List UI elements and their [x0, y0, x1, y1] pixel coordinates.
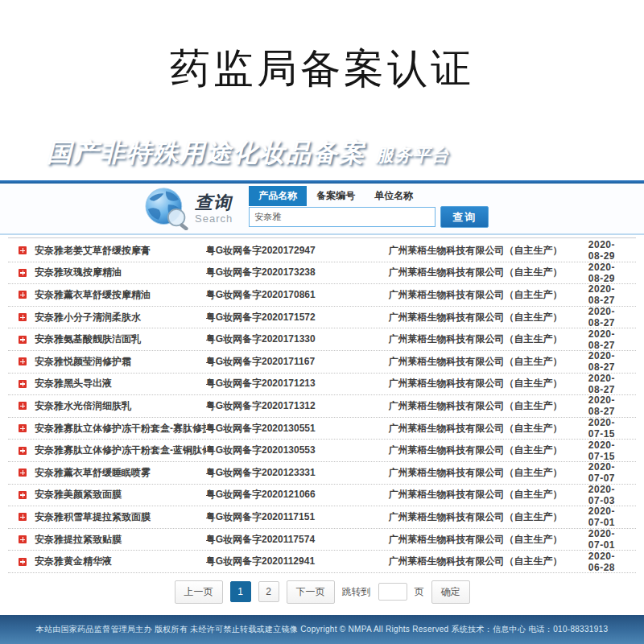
company-name: 广州莱梧生物科技有限公司（自主生产）: [388, 555, 588, 568]
tab-filing-number[interactable]: 备案编号: [307, 186, 365, 206]
table-row: 安奈雅薰衣草舒缓按摩精油 粤G妆网备字2020170861 广州莱梧生物科技有限…: [8, 284, 636, 307]
expand-plus-icon[interactable]: [19, 513, 27, 521]
expand-plus-icon[interactable]: [19, 380, 27, 388]
company-name: 广州莱梧生物科技有限公司（自主生产）: [388, 311, 588, 324]
filing-date: 2020-08-27: [588, 283, 636, 306]
product-name-link[interactable]: 安奈雅黑头导出液: [35, 377, 206, 390]
filing-number: 粤G妆网备字2020173238: [206, 266, 363, 279]
expand-plus-icon[interactable]: [19, 402, 27, 410]
product-name-link[interactable]: 安奈雅薰衣草舒缓睡眠喷雾: [35, 466, 206, 480]
company-name: 广州莱梧生物科技有限公司（自主生产）: [388, 377, 588, 390]
table-row: 安奈雅薰衣草舒缓睡眠喷雾 粤G妆网备字2020123331 广州莱梧生物科技有限…: [8, 462, 636, 485]
footer: 本站由国家药品监督管理局主办 版权所有 未经许可禁止转载或建立镜像 Copyri…: [0, 615, 644, 644]
product-name-link[interactable]: 安奈雅积雪草提拉紧致面膜: [35, 510, 206, 524]
table-row: 安奈雅黄金精华液 粤G妆网备字2020112941 广州莱梧生物科技有限公司（自…: [8, 551, 636, 573]
filing-date: 2020-06-28: [588, 551, 636, 573]
company-name: 广州莱梧生物科技有限公司（自主生产）: [388, 488, 588, 502]
banner: 国产非特殊用途化妆品备案 服务平台: [0, 117, 644, 184]
table-row: 安奈雅老姜艾草舒缓按摩膏 粤G妆网备字2020172947 广州莱梧生物科技有限…: [8, 240, 636, 262]
expand-plus-icon[interactable]: [19, 447, 27, 455]
product-name-link[interactable]: 安奈雅小分子清润柔肤水: [35, 311, 206, 324]
search-button[interactable]: 查询: [440, 206, 489, 228]
next-page-button[interactable]: 下一页: [287, 580, 335, 604]
filing-date: 2020-08-27: [588, 328, 636, 351]
filing-number: 粤G妆网备字2020171312: [206, 399, 363, 413]
filing-number: 粤G妆网备字2020171330: [206, 332, 363, 346]
filing-number: 粤G妆网备字2020171167: [206, 355, 363, 369]
company-name: 广州莱梧生物科技有限公司（自主生产）: [388, 244, 588, 258]
company-name: 广州莱梧生物科技有限公司（自主生产）: [388, 510, 588, 524]
table-row: 安奈雅黑头导出液 粤G妆网备字2020171213 广州莱梧生物科技有限公司（自…: [8, 374, 636, 396]
table-row: 安奈雅水光倍润细肤乳 粤G妆网备字2020171312 广州莱梧生物科技有限公司…: [8, 395, 636, 418]
banner-subtitle: 服务平台: [375, 145, 449, 165]
expand-plus-icon[interactable]: [19, 291, 27, 299]
filing-date: 2020-07-01: [588, 528, 636, 551]
search-panel: 查询 Search 产品名称 备案编号 单位名称 查询: [0, 184, 644, 235]
company-name: 广州莱梧生物科技有限公司（自主生产）: [388, 399, 588, 413]
expand-plus-icon[interactable]: [19, 424, 27, 432]
company-name: 广州莱梧生物科技有限公司（自主生产）: [388, 422, 588, 436]
company-name: 广州莱梧生物科技有限公司（自主生产）: [388, 332, 588, 346]
filing-date: 2020-07-15: [588, 417, 636, 440]
expand-plus-icon[interactable]: [19, 313, 27, 321]
filing-number: 粤G妆网备字2020130553: [206, 444, 363, 457]
expand-plus-icon[interactable]: [19, 491, 27, 499]
filing-date: 2020-08-27: [588, 373, 636, 395]
jump-to-label: 跳转到: [342, 585, 371, 599]
product-name-link[interactable]: 安奈雅悦颜莹润修护霜: [35, 355, 206, 369]
expand-plus-icon[interactable]: [19, 535, 27, 543]
table-row: 安奈雅积雪草提拉紧致面膜 粤G妆网备字2020117151 广州莱梧生物科技有限…: [8, 506, 636, 529]
product-name-link[interactable]: 安奈雅氨基酸靓肤洁面乳: [35, 332, 206, 346]
product-name-link[interactable]: 安奈雅黄金精华液: [35, 555, 206, 568]
banner-title: 国产非特殊用途化妆品备案: [47, 138, 365, 167]
expand-plus-icon[interactable]: [19, 269, 27, 277]
jump-page-input[interactable]: [378, 583, 407, 601]
product-name-link[interactable]: 安奈雅美颜紧致面膜: [35, 488, 206, 502]
filing-date: 2020-07-07: [588, 461, 636, 484]
filing-date: 2020-08-27: [588, 306, 636, 328]
filing-date: 2020-08-29: [588, 262, 636, 284]
product-name-link[interactable]: 安奈雅薰衣草舒缓按摩精油: [35, 288, 206, 302]
company-name: 广州莱梧生物科技有限公司（自主生产）: [388, 444, 588, 457]
filing-date: 2020-07-03: [588, 484, 636, 506]
table-row: 安奈雅氨基酸靓肤洁面乳 粤G妆网备字2020171330 广州莱梧生物科技有限公…: [8, 328, 636, 351]
product-name-link[interactable]: 安奈雅寡肽立体修护冻干粉套盒-蓝铜肽修护…: [35, 444, 206, 457]
search-tabs: 产品名称 备案编号 单位名称: [249, 189, 489, 206]
filing-number: 粤G妆网备字2020123331: [206, 466, 363, 480]
search-label-cn: 查询: [195, 194, 233, 212]
company-name: 广州莱梧生物科技有限公司（自主生产）: [388, 288, 588, 302]
results-table: 安奈雅老姜艾草舒缓按摩膏 粤G妆网备字2020172947 广州莱梧生物科技有限…: [0, 238, 644, 573]
table-row: 安奈雅提拉紧致贴膜 粤G妆网备字2020117574 广州莱梧生物科技有限公司（…: [8, 529, 636, 551]
expand-plus-icon[interactable]: [19, 336, 27, 344]
prev-page-button[interactable]: 上一页: [175, 580, 223, 604]
confirm-jump-button[interactable]: 确定: [431, 580, 470, 604]
filing-date: 2020-08-29: [588, 239, 636, 262]
expand-plus-icon[interactable]: [19, 246, 27, 254]
search-input[interactable]: [249, 207, 436, 227]
page: 药监局备案认证 国产非特殊用途化妆品备案 服务平台: [0, 0, 644, 644]
filing-number: 粤G妆网备字2020171213: [206, 377, 363, 390]
table-row: 安奈雅悦颜莹润修护霜 粤G妆网备字2020171167 广州莱梧生物科技有限公司…: [8, 351, 636, 374]
table-row: 安奈雅小分子清润柔肤水 粤G妆网备字2020171572 广州莱梧生物科技有限公…: [8, 307, 636, 329]
filing-number: 粤G妆网备字2020117574: [206, 533, 363, 547]
search-label: 查询 Search: [195, 194, 233, 224]
page-number-1[interactable]: 1: [230, 581, 251, 602]
pagination: 上一页 1 2 下一页 跳转到 页 确定: [0, 580, 644, 604]
filing-number: 粤G妆网备字2020130551: [206, 422, 363, 436]
filing-number: 粤G妆网备字2020121066: [206, 488, 363, 502]
table-row: 安奈雅寡肽立体修护冻干粉套盒-蓝铜肽修护… 粤G妆网备字2020130553 广…: [8, 440, 636, 462]
expand-plus-icon[interactable]: [19, 558, 27, 566]
search-label-en: Search: [195, 213, 233, 224]
product-name-link[interactable]: 安奈雅水光倍润细肤乳: [35, 399, 206, 413]
product-name-link[interactable]: 安奈雅玫瑰按摩精油: [35, 266, 206, 279]
product-name-link[interactable]: 安奈雅寡肽立体修护冻干粉套盒-寡肽修护冻…: [35, 422, 206, 436]
filing-number: 粤G妆网备字2020117151: [206, 510, 363, 524]
table-row: 安奈雅美颜紧致面膜 粤G妆网备字2020121066 广州莱梧生物科技有限公司（…: [8, 485, 636, 507]
expand-plus-icon[interactable]: [19, 469, 27, 477]
tab-company-name[interactable]: 单位名称: [365, 186, 423, 206]
page-number-2[interactable]: 2: [258, 581, 279, 602]
tab-product-name[interactable]: 产品名称: [249, 186, 307, 206]
product-name-link[interactable]: 安奈雅老姜艾草舒缓按摩膏: [35, 244, 206, 258]
expand-plus-icon[interactable]: [19, 357, 27, 365]
product-name-link[interactable]: 安奈雅提拉紧致贴膜: [35, 533, 206, 547]
